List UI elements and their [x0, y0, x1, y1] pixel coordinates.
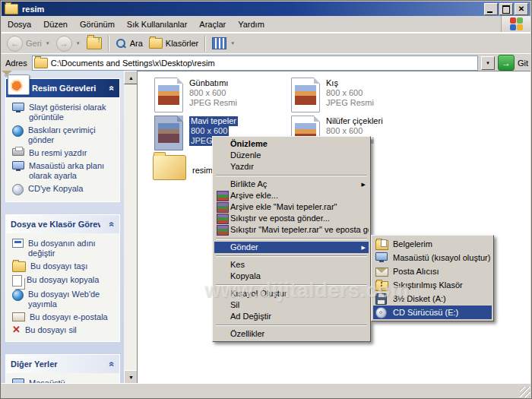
status-strip [2, 383, 530, 397]
folder-name: resim [192, 158, 213, 175]
context-menu-item-onizleme[interactable]: Önizleme [214, 138, 369, 150]
collapse-chevron-icon[interactable]: « [107, 222, 118, 227]
task-set-as-desktop-background[interactable]: Masaüstü arka planı olarak ayarla [12, 161, 117, 181]
menu-duzen[interactable]: Düzen [37, 17, 74, 31]
address-dropdown-button[interactable]: ▼ [481, 56, 495, 70]
window-title: resim [22, 5, 483, 14]
file-gunbatimi[interactable]: Günbatımı 800 x 600 JPEG Resmi [154, 78, 237, 112]
up-button[interactable]: ↑ [84, 36, 104, 50]
desktop-shortcut-icon [375, 252, 388, 261]
views-button[interactable]: ▼ [210, 36, 237, 50]
go-button-icon[interactable]: → [498, 55, 515, 71]
send-to-item-cd-surucusu[interactable]: CD Sürücüsü (E:) [373, 306, 492, 319]
file-name: Günbatımı [189, 78, 237, 88]
context-menu-item-kisayol-olustur[interactable]: Kısayol Oluştur [214, 288, 369, 299]
send-to-item-disket[interactable]: 3½ Disket (A:) [373, 292, 492, 306]
task-print-picture[interactable]: Bu resmi yazdır [12, 148, 117, 158]
file-dimensions: 800 x 600 [326, 88, 374, 98]
address-bar: Adres C:\Documents and Settings\x\Deskto… [2, 53, 530, 71]
explorer-window: { "window": { "title": "resim" }, "menu_… [0, 0, 532, 399]
task-email-file[interactable]: Bu dosyayı e-postala [12, 312, 117, 322]
panel-other-places-header[interactable]: Diğer Yerler « [6, 355, 119, 373]
file-name: Nilüfer çiçekleri [326, 116, 383, 126]
context-menu-item-sikistir-eposta[interactable]: Sıkıştır ve eposta gönder... [214, 213, 369, 224]
close-button[interactable] [515, 3, 528, 15]
menu-separator [216, 238, 367, 239]
task-publish-to-web[interactable]: Bu dosyayı Web'de yayımla [12, 290, 117, 309]
context-menu-item-kopyala[interactable]: Kopyala [214, 271, 369, 282]
title-bar[interactable]: resim [2, 2, 530, 16]
copy-file-icon [12, 275, 22, 287]
folder-icon [153, 155, 186, 180]
task-copy-file[interactable]: Bu dosyayı kopyala [12, 275, 117, 287]
minimize-button[interactable] [484, 3, 498, 15]
send-to-item-masaustu[interactable]: Masaüstü (kısayol oluştur) [373, 251, 492, 264]
context-menu-item-birlikte-ac[interactable]: Birlikte Aç ▶ [214, 179, 369, 190]
winrar-icon [217, 214, 229, 224]
context-menu-item-gonder[interactable]: Gönder ▶ [214, 242, 369, 253]
context-menu-item-sil[interactable]: Sil [214, 299, 369, 311]
menu-dosya[interactable]: Dosya [2, 17, 37, 31]
forward-dropdown-icon[interactable]: ▼ [76, 41, 81, 46]
address-input[interactable]: C:\Documents and Settings\x\Desktop\resi… [32, 55, 478, 71]
resize-grip[interactable] [520, 387, 530, 397]
file-type: JPEG Resmi [189, 98, 237, 108]
winrar-icon [217, 202, 229, 213]
file-type: JPEG Resmi [326, 98, 374, 108]
panel-file-folder-tasks-header[interactable]: Dosya ve Klasör Görevleri « [6, 215, 119, 233]
submenu-arrow-icon: ▶ [362, 242, 366, 253]
send-to-item-sikistirilmis-klasor[interactable]: Sıkıştırılmış Klasör [373, 278, 492, 292]
submenu-arrow-icon: ▶ [362, 179, 366, 190]
task-move-file[interactable]: Bu dosyayı taşı [12, 261, 117, 272]
context-menu-item-ad-degistir[interactable]: Ad Değiştir [214, 311, 369, 322]
send-to-item-belgelerim[interactable]: Belgelerim [373, 237, 492, 251]
task-rename-file[interactable]: Bu dosyanın adını değiştir [12, 239, 117, 258]
context-menu-item-yazdir[interactable]: Yazdır [214, 161, 369, 173]
menu-separator [216, 255, 367, 257]
task-pane-sidebar: Resim Görevleri « Slayt gösterisi olarak… [2, 71, 124, 384]
back-button[interactable]: ← Geri ▼ [5, 35, 52, 52]
collapse-chevron-icon[interactable]: « [107, 362, 118, 367]
file-dimensions: 800 x 600 [326, 126, 383, 136]
menu-sik-kullanilanlar[interactable]: Sık Kullanılanlar [121, 17, 194, 31]
publish-web-icon [12, 290, 24, 301]
panel-picture-tasks-header[interactable]: Resim Görevleri « [6, 79, 119, 97]
context-menu-item-ozellikler[interactable]: Özellikler [214, 328, 369, 340]
delete-x-icon: ✕ [12, 325, 21, 334]
context-menu-item-kes[interactable]: Kes [214, 259, 369, 271]
context-menu-item-sikistir-rar-eposta[interactable]: Sıkıştır "Mavi tepeler.rar" ve eposta gö… [214, 224, 369, 236]
forward-button[interactable]: → ▼ [54, 35, 83, 52]
task-view-slideshow[interactable]: Slayt gösterisi olarak görüntüle [12, 103, 117, 122]
views-dropdown-icon[interactable]: ▼ [230, 41, 235, 46]
task-copy-to-cd[interactable]: CD'ye Kopyala [12, 184, 117, 195]
menu-bar: Dosya Düzen Görünüm Sık Kullanılanlar Ar… [2, 16, 530, 33]
collapse-chevron-icon[interactable]: « [107, 86, 118, 91]
file-name: Kış [326, 78, 374, 88]
search-button[interactable]: Ara [113, 37, 145, 50]
maximize-button[interactable] [499, 3, 513, 15]
send-to-submenu: Belgelerim Masaüstü (kısayol oluştur) Po… [371, 235, 494, 321]
folders-icon [149, 38, 163, 49]
context-menu-item-arsive-ekle[interactable]: Arşive ekle... [214, 190, 369, 201]
address-label: Adres [4, 59, 29, 68]
panel-picture-tasks: Resim Görevleri « Slayt gösterisi olarak… [5, 78, 120, 202]
menu-gorunum[interactable]: Görünüm [74, 17, 121, 31]
task-delete-file[interactable]: ✕ Bu dosyayı sil [12, 325, 117, 335]
picture-tasks-icon [8, 74, 30, 95]
task-order-prints-online[interactable]: Baskıları çevrimiçi gönder [12, 125, 117, 145]
address-path: C:\Documents and Settings\x\Desktop\resi… [51, 59, 215, 68]
menu-yardim[interactable]: Yardım [232, 17, 271, 31]
floppy-disk-icon [375, 293, 387, 305]
windows-flag-icon [510, 17, 523, 30]
menu-araclar[interactable]: Araçlar [193, 17, 232, 31]
sidebar-scrollbar[interactable]: ▲ ▼ [124, 71, 137, 384]
context-menu-item-duzenle[interactable]: Düzenle [214, 150, 369, 161]
file-kis[interactable]: Kış 800 x 600 JPEG Resmi [291, 78, 374, 112]
context-menu-item-arsive-ekle-rar[interactable]: Arşive ekle "Mavi tepeler.rar" [214, 201, 369, 213]
send-to-item-posta-alicisi[interactable]: Posta Alıcısı [373, 264, 492, 278]
context-menu: Önizleme Düzenle Yazdır Birlikte Aç ▶ Ar… [212, 136, 371, 342]
folders-button[interactable]: Klasörler [147, 37, 201, 49]
folder-resim[interactable]: resim [153, 152, 213, 180]
back-dropdown-icon[interactable]: ▼ [46, 41, 50, 46]
window-folder-icon[interactable] [5, 4, 18, 14]
